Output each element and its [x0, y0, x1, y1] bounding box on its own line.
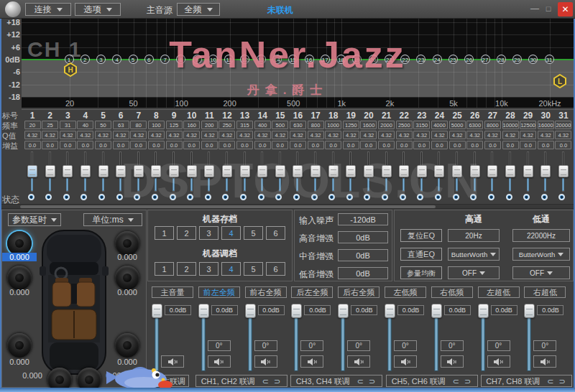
band-status-radio[interactable] — [116, 194, 123, 200]
channel-gain-value[interactable]: 0.0dB — [258, 305, 285, 315]
delay-value[interactable]: 0.000 — [110, 288, 144, 297]
band-freq-value[interactable]: 10000 — [502, 121, 519, 129]
band-freq-value[interactable]: 250 — [218, 121, 235, 129]
delay-knob[interactable] — [7, 333, 32, 358]
band-gain-slider[interactable] — [523, 150, 534, 193]
band-status-radio[interactable] — [152, 194, 158, 200]
preset-slot-button[interactable]: 1 — [155, 262, 174, 276]
band-q-value[interactable]: 4.32 — [308, 131, 324, 139]
band-gain-value[interactable]: 0.0 — [325, 141, 341, 149]
band-freq-value[interactable]: 80 — [130, 121, 147, 129]
preset-slot-button[interactable]: 1 — [155, 226, 174, 240]
slider-handle[interactable] — [275, 165, 285, 177]
band-gain-value[interactable]: 0.0 — [201, 141, 218, 149]
slider-handle[interactable] — [523, 165, 533, 177]
channel-slider-handle[interactable] — [431, 304, 442, 318]
band-freq-value[interactable]: 125 — [166, 121, 183, 129]
band-gain-slider[interactable] — [221, 150, 233, 193]
slider-handle[interactable] — [505, 165, 515, 177]
eq-band-handle[interactable]: 24 — [433, 55, 442, 64]
slider-handle[interactable] — [540, 165, 551, 177]
mute-button[interactable] — [300, 355, 323, 368]
band-q-value[interactable]: 4.32 — [113, 131, 129, 139]
band-gain-value[interactable]: 0.0 — [378, 141, 395, 149]
band-gain-value[interactable]: 0.0 — [449, 141, 466, 149]
band-gain-value[interactable]: 0.0 — [290, 141, 306, 149]
band-gain-value[interactable]: 0.0 — [555, 141, 571, 149]
mute-button[interactable] — [441, 355, 464, 368]
eq-band-handle[interactable]: 9 — [193, 55, 202, 64]
band-gain-value[interactable]: 0.0 — [77, 141, 93, 149]
band-q-value[interactable]: 4.32 — [24, 131, 41, 139]
slider-handle[interactable] — [98, 165, 109, 177]
band-gain-slider[interactable] — [558, 150, 569, 193]
band-freq-value[interactable]: 400 — [254, 121, 271, 129]
band-freq-value[interactable]: 6300 — [466, 121, 483, 129]
channel-slider-handle[interactable] — [385, 304, 395, 318]
minimize-button[interactable]: — — [529, 1, 540, 16]
channel-gain-value[interactable]: 0.0dB — [537, 305, 564, 315]
band-gain-slider[interactable] — [45, 150, 56, 193]
band-q-value[interactable]: 4.32 — [378, 131, 395, 139]
band-gain-slider[interactable] — [328, 150, 339, 193]
mute-button[interactable] — [487, 355, 510, 368]
eq-band-handle[interactable]: 5 — [129, 55, 138, 64]
band-gain-slider[interactable] — [203, 150, 215, 193]
slider-handle[interactable] — [364, 165, 374, 177]
eq-band-handle[interactable]: 25 — [448, 55, 458, 64]
band-freq-value[interactable]: 500 — [272, 121, 288, 129]
band-q-value[interactable]: 4.32 — [502, 131, 519, 139]
channel-gain-value[interactable]: 0.0dB — [444, 305, 471, 315]
band-freq-value[interactable]: 800 — [308, 121, 324, 129]
slider-handle[interactable] — [169, 165, 179, 177]
channel-slider-handle[interactable] — [338, 304, 349, 318]
mute-button[interactable] — [533, 355, 556, 368]
band-status-radio[interactable] — [400, 194, 406, 200]
eq-band-handle[interactable]: 31 — [545, 55, 554, 64]
band-gain-slider[interactable] — [381, 150, 392, 193]
slider-handle[interactable] — [487, 165, 497, 177]
band-gain-slider[interactable] — [239, 150, 251, 193]
channel-slider-handle[interactable] — [198, 304, 209, 318]
channel-slider-track[interactable] — [434, 310, 438, 371]
link-button[interactable]: CH7, CH8 联调⊂ ⊃ — [481, 375, 572, 387]
band-gain-value[interactable]: 0.0 — [113, 141, 129, 149]
band-status-radio[interactable] — [80, 194, 87, 200]
band-status-radio[interactable] — [435, 194, 441, 200]
band-q-value[interactable]: 4.32 — [166, 131, 183, 139]
channel-label-button[interactable]: 左超低 — [478, 286, 520, 298]
band-freq-value[interactable]: 12500 — [520, 121, 536, 129]
preset-slot-button[interactable]: 3 — [199, 262, 218, 276]
phase-button[interactable]: 0° — [300, 340, 323, 351]
channel-gain-value[interactable]: 0.0dB — [304, 305, 331, 315]
channel-slider-handle[interactable] — [152, 304, 162, 318]
band-q-value[interactable]: 4.32 — [466, 131, 483, 139]
band-freq-value[interactable]: 4000 — [431, 121, 448, 129]
band-q-value[interactable]: 4.32 — [555, 131, 571, 139]
channel-gain-value[interactable]: 0.0dB — [351, 305, 377, 315]
band-status-radio[interactable] — [453, 194, 459, 200]
band-q-value[interactable]: 4.32 — [201, 131, 218, 139]
band-gain-slider[interactable] — [540, 150, 551, 193]
band-freq-value[interactable]: 8000 — [484, 121, 501, 129]
preset-slot-button[interactable]: 3 — [199, 226, 218, 240]
band-gain-slider[interactable] — [98, 150, 109, 193]
slider-handle[interactable] — [452, 165, 462, 177]
slider-handle[interactable] — [134, 165, 144, 177]
source-dropdown[interactable]: 全频 — [177, 3, 220, 16]
band-gain-value[interactable]: 0.0 — [360, 141, 377, 149]
preset-slot-button[interactable]: 2 — [177, 262, 196, 276]
channel-slider-handle[interactable] — [478, 304, 489, 318]
channel-slider-track[interactable] — [155, 310, 159, 371]
hp-slope-dropdown[interactable]: OFF — [448, 266, 500, 279]
band-freq-value[interactable]: 3150 — [413, 121, 430, 129]
band-freq-value[interactable]: 200 — [201, 121, 218, 129]
phase-button[interactable]: 0° — [254, 340, 277, 351]
band-freq-value[interactable]: 1000 — [325, 121, 341, 129]
slider-handle[interactable] — [382, 165, 392, 177]
band-gain-value[interactable]: 0.0 — [130, 141, 147, 149]
channel-slider-track[interactable] — [294, 310, 298, 371]
close-button[interactable]: ✕ — [558, 2, 573, 17]
band-freq-value[interactable]: 100 — [148, 121, 165, 129]
band-gain-slider[interactable] — [168, 150, 180, 193]
